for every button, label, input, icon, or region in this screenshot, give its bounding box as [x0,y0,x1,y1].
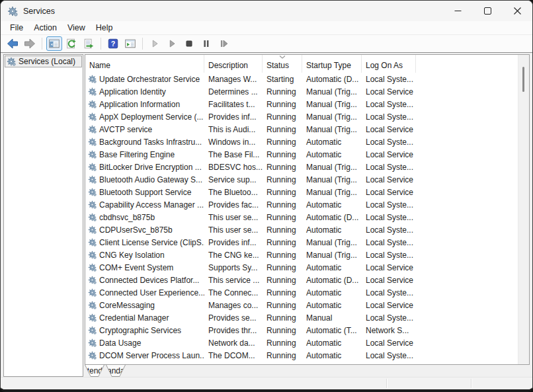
show-console-tree-button[interactable] [46,36,62,51]
service-gear-icon [88,225,97,234]
table-row[interactable]: Capability Access Manager ... Provides f… [85,198,529,211]
table-row[interactable]: Data Usage Network da... Running Automat… [85,336,529,349]
resume-service-button[interactable] [164,36,180,51]
table-row[interactable]: CoreMessaging Manages co... Running Auto… [85,299,529,311]
show-action-pane-button[interactable] [122,36,138,51]
tab-standard[interactable]: Standard [106,365,126,377]
table-row[interactable]: Base Filtering Engine The Base Fil... Ru… [85,148,529,161]
table-row[interactable]: Background Tasks Infrastru... Windows in… [85,136,529,148]
menu-view[interactable]: View [62,22,91,34]
service-startup-type: Manual (Trig... [302,251,362,260]
tree-item-label: Services (Local) [19,57,75,66]
table-row[interactable]: AVCTP service This is Audi... Running Ma… [85,123,529,136]
column-label: Startup Type [306,61,351,70]
service-startup-type: Automatic [302,301,362,310]
service-status: Running [263,351,302,360]
table-row[interactable]: Connected Devices Platfor... This servic… [85,274,529,286]
service-log-on-as: Local Syste... [362,225,416,235]
column-header-startup-type[interactable]: Startup Type [302,55,362,73]
forward-button[interactable] [22,36,38,51]
service-startup-type: Automatic [302,263,362,272]
pause-service-button[interactable] [198,36,214,51]
table-row[interactable]: Client License Service (ClipS... Provide… [85,236,529,249]
restart-service-icon [218,38,229,50]
service-log-on-as: Local Service [362,263,416,272]
refresh-button[interactable] [63,36,79,51]
service-name-cell: CoreMessaging [85,301,204,310]
svg-text:?: ? [111,40,116,48]
service-description: Facilitates t... [204,100,263,109]
menu-file[interactable]: File [5,22,28,34]
titlebar[interactable]: Services [1,1,532,21]
service-name-cell: AppX Deployment Service (... [85,112,204,122]
column-header-status[interactable]: Status [263,55,302,73]
console-tree-pane: Services (Local) [3,54,83,377]
table-row[interactable]: Credential Manager Provides se... Runnin… [85,311,529,324]
tree-item-services-local[interactable]: Services (Local) [5,56,82,67]
service-gear-icon [88,351,97,360]
table-row[interactable]: AppX Deployment Service (... Provides in… [85,110,529,123]
service-description: The Bluetoo... [204,188,263,197]
service-description: The DCOM... [204,351,263,360]
service-gear-icon [88,125,97,134]
titlebar-left: Services [1,6,443,17]
maximize-button[interactable] [473,1,503,21]
service-name: Cryptographic Services [99,326,181,335]
menu-action[interactable]: Action [28,22,62,34]
service-description: Provides se... [204,313,263,323]
table-row[interactable]: Bluetooth Support Service The Bluetoo...… [85,186,529,198]
column-header-log-on-as[interactable]: Log On As [362,55,416,73]
help-button[interactable]: ? [105,36,121,51]
table-row[interactable]: Application Information Facilitates t...… [85,98,529,110]
service-log-on-as: Local Syste... [362,163,416,172]
restart-service-button[interactable] [216,36,231,51]
table-row[interactable]: CDPUserSvc_b875b This user se... Running… [85,223,529,236]
service-description: Windows in... [204,137,263,147]
service-name: Data Usage [99,338,141,348]
statusbar [1,377,532,389]
table-row[interactable]: Connected User Experience... The Connec.… [85,286,529,299]
services-app-icon [7,6,18,17]
service-startup-type: Automatic [302,351,362,360]
table-row[interactable]: DCOM Server Process Laun... The DCOM... … [85,349,529,362]
service-startup-type: Manual [302,313,362,323]
service-name: BitLocker Drive Encryption ... [99,163,202,172]
service-log-on-as: Local Syste... [362,313,416,323]
service-name-cell: Background Tasks Infrastru... [85,137,204,147]
service-startup-type: Manual (Trig... [302,175,362,184]
close-button[interactable] [503,1,532,21]
start-service-button[interactable] [147,36,163,51]
service-log-on-as: Local Syste... [362,351,416,360]
table-row[interactable]: Bluetooth Audio Gateway S... Service sup… [85,173,529,186]
service-status: Running [263,225,302,235]
scrollbar-thumb[interactable] [522,67,524,92]
table-row[interactable]: Update Orchestrator Service Manages W...… [85,73,529,85]
export-list-button[interactable] [81,36,97,51]
service-status: Running [263,301,302,310]
service-status: Running [263,276,302,285]
service-log-on-as: Local Syste... [362,288,416,297]
stop-service-button[interactable] [181,36,197,51]
tab-extended[interactable]: Extended [85,365,104,377]
table-row[interactable]: Cryptographic Services Provides thr... R… [85,324,529,336]
table-row[interactable]: Application Identity Determines ... Runn… [85,85,529,98]
table-row[interactable]: CNG Key Isolation The CNG ke... Running … [85,249,529,261]
service-startup-type: Automatic [302,137,362,147]
table-row[interactable]: cbdhsvc_b875b This user se... Running Au… [85,211,529,223]
table-row[interactable]: BitLocker Drive Encryption ... BDESVC ho… [85,161,529,173]
service-gear-icon [88,163,97,171]
service-name: COM+ Event System [99,263,173,272]
column-header-name[interactable]: Name [85,55,204,73]
view-tabs: Extended Standard [85,365,530,377]
service-log-on-as: Local Syste... [362,75,416,84]
service-description: Provides inf... [204,238,263,247]
service-name: Application Information [99,100,180,109]
service-name-cell: Update Orchestrator Service [85,75,204,84]
minimize-button[interactable] [443,1,473,21]
menu-help[interactable]: Help [91,22,118,34]
back-button[interactable] [5,36,20,51]
vertical-scrollbar[interactable] [518,55,529,364]
service-gear-icon [88,213,97,221]
table-row[interactable]: COM+ Event System Supports Sy... Running… [85,261,529,274]
column-header-description[interactable]: Description [204,55,263,73]
